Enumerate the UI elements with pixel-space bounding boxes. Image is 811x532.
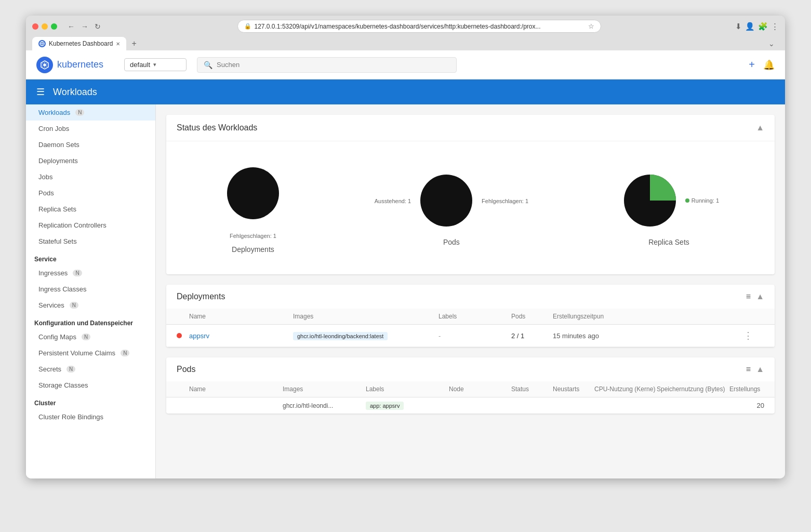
- sidebar-toggle-button[interactable]: ☰: [36, 86, 45, 98]
- row-name: appsrv: [189, 332, 293, 340]
- col-header-name: Name: [189, 313, 293, 320]
- sidebar: Workloads N Cron Jobs Daemon Sets Deploy…: [26, 104, 156, 478]
- deployments-card: Deployments ≡ ▲ Name Images Labels Pods: [166, 285, 775, 347]
- download-icon[interactable]: ⬇: [735, 22, 742, 31]
- sidebar-label: Persistent Volume Claims: [38, 349, 115, 357]
- pods-image-value: ghcr.io/htl-leondi...: [283, 402, 333, 409]
- topnav-bar: ☰ Workloads: [26, 79, 785, 104]
- bookmark-icon[interactable]: ☆: [588, 22, 594, 30]
- pods-col-header-images: Images: [283, 385, 366, 393]
- new-tab-button[interactable]: +: [128, 38, 139, 49]
- pods-col-header-restarts: Neustarts: [553, 385, 594, 393]
- pods-value: 2 / 1: [511, 332, 524, 340]
- col-header-pods: Pods: [511, 313, 553, 320]
- row-more-button[interactable]: ⋮: [743, 330, 753, 341]
- pods-col-header-node: Node: [449, 385, 511, 393]
- sidebar-label: Services: [38, 301, 64, 309]
- sidebar-group-service: Service: [26, 249, 155, 265]
- status-collapse-button[interactable]: ▲: [756, 123, 764, 132]
- status-charts-area: Fehlgeschlagen: 1 Deployments Ausstehend…: [166, 141, 775, 274]
- notification-button[interactable]: 🔔: [763, 59, 775, 71]
- pods-label-tag: app: appsrv: [366, 402, 404, 410]
- secrets-badge: N: [67, 366, 75, 373]
- filter-icon[interactable]: ≡: [746, 292, 751, 301]
- tab-close-button[interactable]: ✕: [116, 41, 120, 47]
- sidebar-item-cluster-role-bindings[interactable]: Cluster Role Bindings: [26, 409, 155, 425]
- search-bar[interactable]: 🔍: [197, 57, 457, 73]
- deployments-chart: Fehlgeschlagen: 1 Deployments: [222, 162, 284, 254]
- sidebar-item-pods[interactable]: Pods: [26, 185, 155, 201]
- sidebar-item-ingress-classes[interactable]: Ingress Classes: [26, 281, 155, 297]
- col-header-created: Erstellungszeitpun: [553, 313, 764, 320]
- reload-button[interactable]: ↻: [92, 21, 103, 32]
- security-icon: 🔒: [244, 23, 251, 30]
- pvc-badge: N: [121, 350, 129, 356]
- forward-button[interactable]: →: [79, 21, 90, 32]
- sidebar-workloads-label: Workloads: [38, 109, 70, 116]
- sidebar-label: Cluster Role Bindings: [38, 413, 103, 421]
- namespace-selector[interactable]: default ▾: [124, 58, 187, 71]
- svg-point-12: [420, 175, 472, 227]
- row-actions: ⋮: [743, 330, 764, 341]
- labels-value: -: [438, 332, 441, 340]
- sidebar-item-deployments[interactable]: Deployments: [26, 153, 155, 169]
- search-input[interactable]: [217, 61, 450, 69]
- sidebar-item-jobs[interactable]: Jobs: [26, 169, 155, 185]
- pods-col-header-labels: Labels: [366, 385, 449, 393]
- deployments-table-header: Name Images Labels Pods Erstellungszeitp…: [166, 309, 775, 325]
- back-button[interactable]: ←: [65, 21, 77, 32]
- app-header: kubernetes default ▾ 🔍 + 🔔: [26, 50, 785, 79]
- sidebar-item-replication-controllers[interactable]: Replication Controllers: [26, 217, 155, 233]
- sidebar-label: Config Maps: [38, 333, 76, 341]
- sidebar-item-config-maps[interactable]: Config Maps N: [26, 329, 155, 345]
- sidebar-item-workloads[interactable]: Workloads N: [26, 104, 155, 121]
- deployment-name-link[interactable]: appsrv: [189, 332, 209, 340]
- sidebar-label: Pods: [38, 189, 54, 197]
- pods-col-header-cpu: CPU-Nutzung (Kerne): [594, 385, 657, 393]
- svg-line-10: [43, 65, 44, 66]
- traffic-light-red[interactable]: [32, 23, 38, 30]
- menu-icon[interactable]: ⋮: [771, 22, 779, 31]
- pods-title: Pods: [177, 365, 195, 374]
- deployments-chart-label: Deployments: [232, 245, 274, 254]
- extensions-icon[interactable]: 🧩: [758, 22, 768, 31]
- sidebar-item-cron-jobs[interactable]: Cron Jobs: [26, 121, 155, 137]
- svg-line-8: [46, 65, 47, 66]
- replica-sets-chart: Running: 1 Replica Sets: [619, 169, 719, 246]
- deployments-collapse-button[interactable]: ▲: [756, 292, 764, 301]
- col-header-labels: Labels: [438, 313, 511, 320]
- tab-title: Kubernetes Dashboard: [49, 40, 113, 47]
- sidebar-label: Secrets: [38, 365, 61, 373]
- main-layout: Workloads N Cron Jobs Daemon Sets Deploy…: [26, 104, 785, 478]
- sidebar-item-secrets[interactable]: Secrets N: [26, 361, 155, 377]
- browser-tab[interactable]: Kubernetes Dashboard ✕: [32, 37, 126, 50]
- status-dot-error: [177, 333, 182, 338]
- sidebar-item-services[interactable]: Services N: [26, 297, 155, 313]
- status-card-header: Status des Workloads ▲: [166, 115, 775, 141]
- pods-partial-row: ghcr.io/htl-leondi... app: appsrv 20: [166, 397, 775, 414]
- pods-card: Pods ≡ ▲ Name Images Labels Node Status: [166, 357, 775, 414]
- workloads-badge: N: [75, 109, 84, 116]
- sidebar-group-config: Konfiguration und Datenspeicher: [26, 313, 155, 329]
- sidebar-item-replica-sets[interactable]: Replica Sets: [26, 201, 155, 217]
- sidebar-item-storage-classes[interactable]: Storage Classes: [26, 377, 155, 393]
- sidebar-label: Deployments: [38, 157, 78, 165]
- traffic-light-yellow[interactable]: [42, 23, 48, 30]
- pods-chart: Ausstehend: 1 Fehlgeschlagen: 1: [375, 169, 528, 246]
- window-controls[interactable]: ⌄: [768, 39, 779, 48]
- k8s-icon: [36, 57, 53, 73]
- svg-line-7: [43, 63, 44, 64]
- sidebar-item-daemon-sets[interactable]: Daemon Sets: [26, 137, 155, 153]
- pods-row-labels: app: appsrv: [366, 402, 449, 409]
- pods-collapse-button[interactable]: ▲: [756, 365, 764, 374]
- sidebar-item-stateful-sets[interactable]: Stateful Sets: [26, 233, 155, 249]
- main-content: Status des Workloads ▲: [156, 104, 785, 478]
- profile-icon[interactable]: 👤: [745, 22, 755, 31]
- pods-col-header-memory: Speichernutzung (Bytes): [657, 385, 729, 393]
- col-header-images: Images: [293, 313, 438, 320]
- sidebar-item-pvc[interactable]: Persistent Volume Claims N: [26, 345, 155, 361]
- traffic-light-green[interactable]: [51, 23, 57, 30]
- add-resource-button[interactable]: +: [749, 59, 755, 71]
- sidebar-item-ingresses[interactable]: Ingresses N: [26, 265, 155, 281]
- pods-filter-icon[interactable]: ≡: [746, 365, 751, 374]
